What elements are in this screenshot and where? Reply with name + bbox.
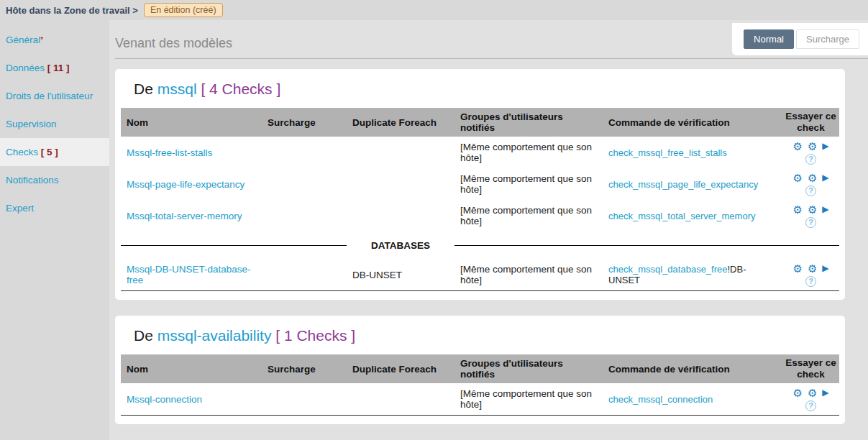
table-row: Mssql-free-list-stalls [Même comportemen…	[121, 137, 839, 168]
command-cell: check_mssql_free_list_stalls	[603, 144, 782, 162]
gear-icon[interactable]: ⚙	[792, 173, 802, 183]
divider-label: DATABASES	[347, 240, 454, 251]
table-header: Nom Surcharge Duplicate Foreach Groupes …	[121, 108, 839, 137]
try-check-cell: ⚙ ⚙ ▶ ?	[782, 201, 839, 231]
gear-sync-icon[interactable]: ⚙	[808, 204, 817, 215]
col-surcharge: Surcharge	[262, 360, 347, 378]
card-check-count: [ 4 Checks ]	[201, 81, 280, 97]
foreach-cell	[347, 149, 454, 156]
play-icon[interactable]: ▶	[822, 173, 828, 182]
command-cell: check_mssql_database_free!DB-UNSET	[603, 260, 782, 289]
help-icon[interactable]: ?	[805, 400, 816, 411]
sidebar-item-label: Expert	[6, 203, 34, 214]
command-cell: check_mssql_page_life_expectancy	[603, 175, 782, 193]
main-panel: Normal Surcharge Venant des modèles De m…	[109, 20, 868, 440]
item-count: [ 5 ]	[41, 147, 58, 157]
notified-groups-cell: [Même comportement que son hôte]	[454, 201, 603, 230]
surcharge-cell	[262, 180, 347, 188]
col-groups: Groupes d'utilisateurs notifiés	[454, 108, 603, 137]
card-title-prefix: De	[134, 81, 153, 97]
help-icon[interactable]: ?	[805, 276, 816, 287]
surcharge-cell	[262, 271, 347, 278]
col-duplicate-foreach: Duplicate Foreach	[347, 114, 454, 132]
notified-groups-cell: [Même comportement que son hôte]	[454, 170, 603, 198]
template-link[interactable]: mssql-availability	[157, 327, 272, 344]
check-name-link[interactable]: Mssql-page-life-expectancy	[121, 175, 262, 193]
cards-container: De mssql [ 4 Checks ] Nom Surcharge Dupl…	[115, 69, 845, 424]
checks-card-mssql: De mssql [ 4 Checks ] Nom Surcharge Dupl…	[115, 69, 845, 300]
table-row: Mssql-connection [Même comportement que …	[121, 383, 839, 415]
surcharge-cell	[262, 212, 347, 219]
gear-sync-icon[interactable]: ⚙	[808, 141, 817, 152]
sidebar-item-label: Checks	[6, 147, 38, 157]
gear-sync-icon[interactable]: ⚙	[808, 173, 817, 183]
sidebar-item-label: Supervision	[6, 119, 57, 129]
template-link[interactable]: mssql	[157, 81, 197, 97]
sidebar-item-label: Général	[6, 35, 40, 45]
sidebar-item-general[interactable]: Général*	[0, 26, 109, 54]
foreach-cell	[347, 212, 454, 219]
databases-divider: DATABASES	[121, 232, 839, 259]
play-icon[interactable]: ▶	[822, 142, 828, 150]
col-command: Commande de vérification	[603, 360, 782, 378]
play-icon[interactable]: ▶	[822, 264, 828, 272]
check-name-link[interactable]: Mssql-DB-UNSET-database-free	[121, 260, 262, 289]
sidebar-item-expert[interactable]: Expert	[0, 194, 109, 222]
try-check-cell: ⚙ ⚙ ▶ ?	[782, 260, 839, 290]
required-asterisk: *	[40, 35, 43, 44]
command-link[interactable]: check_mssql_total_server_memory	[608, 211, 755, 221]
table-row: Mssql-page-life-expectancy [Même comport…	[121, 168, 839, 200]
sidebar-item-checks[interactable]: Checks [ 5 ]	[0, 138, 109, 166]
command-link[interactable]: check_mssql_connection	[608, 394, 713, 405]
col-groups: Groupes d'utilisateurs notifiés	[454, 354, 603, 383]
table-header: Nom Surcharge Duplicate Foreach Groupes …	[121, 354, 839, 383]
sidebar-item-donnees[interactable]: Données [ 11 ]	[0, 54, 109, 82]
card-title: De mssql [ 4 Checks ]	[134, 81, 832, 98]
sidebar-item-label: Données	[6, 63, 45, 73]
try-check-cell: ⚙ ⚙ ▶ ?	[782, 138, 839, 168]
breadcrumb: Hôte dans la Zone de travail >	[6, 5, 138, 16]
col-try-check: Essayer ce check	[782, 109, 839, 136]
check-name-link[interactable]: Mssql-total-server-memory	[121, 207, 262, 225]
try-check-cell: ⚙ ⚙ ▶ ?	[782, 385, 839, 414]
divider-line	[454, 245, 839, 246]
check-name-link[interactable]: Mssql-free-list-stalls	[121, 144, 262, 162]
notified-groups-cell: [Même comportement que son hôte]	[454, 385, 603, 413]
gear-icon[interactable]: ⚙	[792, 204, 802, 215]
normal-button[interactable]: Normal	[744, 29, 794, 49]
check-name-link[interactable]: Mssql-connection	[121, 390, 262, 408]
col-duplicate-foreach: Duplicate Foreach	[347, 360, 454, 378]
gear-sync-icon[interactable]: ⚙	[808, 388, 817, 398]
command-link[interactable]: check_mssql_free_list_stalls	[608, 147, 727, 158]
surcharge-cell	[262, 149, 347, 156]
help-icon[interactable]: ?	[805, 185, 816, 196]
mode-toggle: Normal Surcharge	[732, 23, 868, 55]
help-icon[interactable]: ?	[805, 217, 816, 228]
col-surcharge: Surcharge	[262, 114, 347, 132]
surcharge-button[interactable]: Surcharge	[796, 29, 859, 49]
checks-table: Nom Surcharge Duplicate Foreach Groupes …	[121, 108, 839, 291]
col-command: Commande de vérification	[603, 114, 782, 132]
sidebar: Général* Données [ 11 ] Droits de l'util…	[0, 20, 109, 440]
play-icon[interactable]: ▶	[822, 388, 828, 397]
gear-icon[interactable]: ⚙	[792, 263, 802, 274]
notified-groups-cell: [Même comportement que son hôte]	[454, 260, 603, 289]
col-try-check: Essayer ce check	[782, 355, 839, 382]
foreach-cell: DB-UNSET	[347, 266, 454, 284]
checks-table: Nom Surcharge Duplicate Foreach Groupes …	[121, 354, 839, 416]
help-icon[interactable]: ?	[805, 154, 816, 165]
command-link[interactable]: check_mssql_database_free	[608, 264, 728, 275]
col-nom: Nom	[121, 114, 262, 132]
gear-sync-icon[interactable]: ⚙	[808, 263, 817, 274]
try-check-cell: ⚙ ⚙ ▶ ?	[782, 170, 839, 199]
command-link[interactable]: check_mssql_page_life_expectancy	[608, 179, 758, 190]
sidebar-item-notifications[interactable]: Notifications	[0, 166, 109, 194]
foreach-cell	[347, 395, 454, 403]
topbar: Hôte dans la Zone de travail > En éditio…	[0, 0, 868, 20]
gear-icon[interactable]: ⚙	[792, 141, 802, 152]
sidebar-item-supervision[interactable]: Supervision	[0, 110, 109, 138]
card-title-prefix: De	[134, 327, 153, 344]
sidebar-item-droits[interactable]: Droits de l'utilisateur	[0, 82, 109, 110]
play-icon[interactable]: ▶	[822, 205, 828, 214]
gear-icon[interactable]: ⚙	[792, 388, 802, 398]
